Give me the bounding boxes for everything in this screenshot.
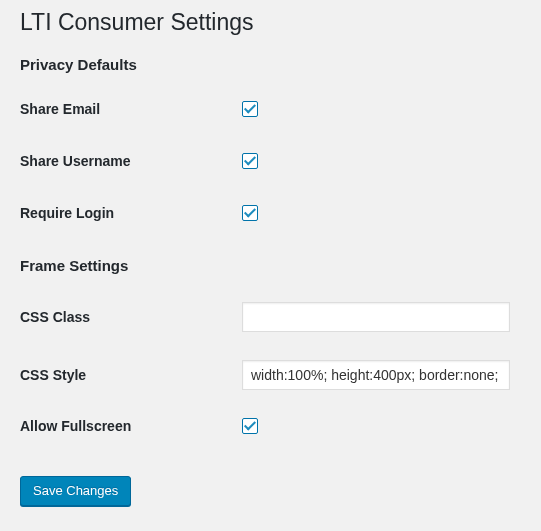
share-email-cell xyxy=(242,101,258,117)
share-email-row: Share Email xyxy=(20,101,521,117)
frame-settings-heading: Frame Settings xyxy=(20,257,521,274)
save-changes-button[interactable]: Save Changes xyxy=(20,476,131,506)
share-username-checkbox[interactable] xyxy=(242,153,258,169)
share-email-checkbox[interactable] xyxy=(242,101,258,117)
require-login-cell xyxy=(242,205,258,221)
share-email-label: Share Email xyxy=(20,101,242,117)
css-style-input[interactable] xyxy=(242,360,510,390)
share-username-cell xyxy=(242,153,258,169)
privacy-defaults-heading: Privacy Defaults xyxy=(20,56,521,73)
allow-fullscreen-cell xyxy=(242,418,258,434)
allow-fullscreen-row: Allow Fullscreen xyxy=(20,418,521,434)
allow-fullscreen-checkbox[interactable] xyxy=(242,418,258,434)
css-class-input[interactable] xyxy=(242,302,510,332)
css-class-row: CSS Class xyxy=(20,302,521,332)
page-title: LTI Consumer Settings xyxy=(20,8,521,38)
share-username-label: Share Username xyxy=(20,153,242,169)
share-username-row: Share Username xyxy=(20,153,521,169)
css-style-label: CSS Style xyxy=(20,367,242,383)
require-login-label: Require Login xyxy=(20,205,242,221)
allow-fullscreen-label: Allow Fullscreen xyxy=(20,418,242,434)
css-class-label: CSS Class xyxy=(20,309,242,325)
require-login-row: Require Login xyxy=(20,205,521,221)
require-login-checkbox[interactable] xyxy=(242,205,258,221)
css-style-row: CSS Style xyxy=(20,360,521,390)
